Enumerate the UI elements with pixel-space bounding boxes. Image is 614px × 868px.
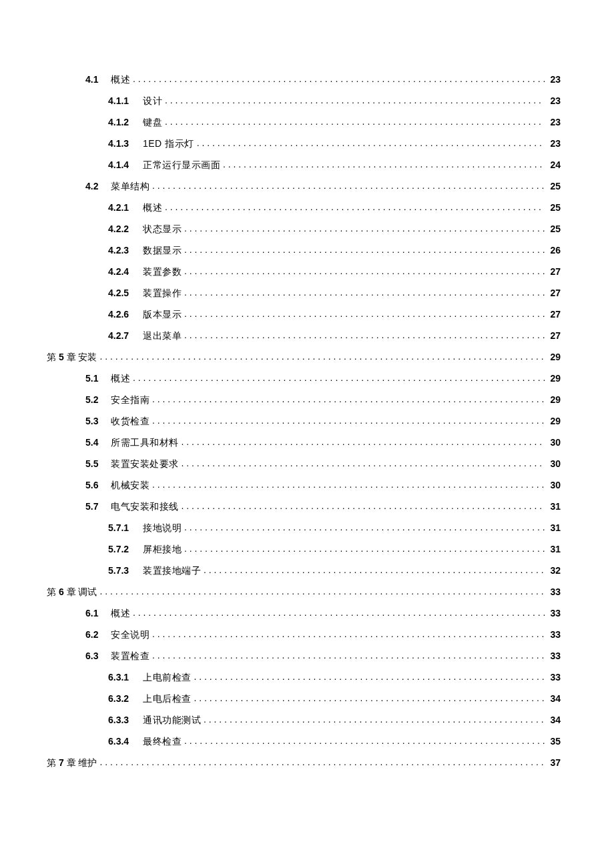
- toc-number: 5.1: [85, 373, 111, 384]
- toc-number: 5.5: [85, 458, 111, 469]
- toc-entry[interactable]: 5.7.3装置接地端子32: [47, 564, 561, 586]
- toc-entry[interactable]: 4.1.2键盘23: [47, 116, 561, 137]
- toc-number: 6.1: [85, 608, 111, 618]
- toc-page-number: 33: [547, 672, 561, 683]
- toc-leaders: [99, 757, 545, 766]
- toc-page-number: 23: [547, 95, 561, 106]
- toc-page-number: 29: [547, 373, 561, 384]
- toc-page-number: 23: [547, 138, 561, 149]
- toc-title: 最终检查: [143, 736, 182, 748]
- toc-entry[interactable]: 5.2安全指南29: [47, 394, 561, 415]
- toc-number: 6.3: [85, 650, 111, 661]
- toc-title: 屏柜接地: [143, 544, 182, 556]
- toc-page-number: 29: [547, 352, 561, 362]
- toc-title: 状态显示: [143, 224, 182, 236]
- toc-leaders: [152, 479, 545, 488]
- toc-number: 5.6: [85, 480, 111, 490]
- toc-number: 5.7.2: [108, 544, 143, 554]
- toc-page-number: 30: [547, 458, 561, 469]
- toc-entry[interactable]: 4.1概述23: [47, 73, 561, 95]
- toc-entry[interactable]: 5.7.1接地说明31: [47, 522, 561, 543]
- toc-page-number: 33: [547, 629, 561, 640]
- toc-entry[interactable]: 4.2.7退出菜单27: [47, 330, 561, 351]
- toc-leaders: [184, 308, 545, 318]
- toc-entry[interactable]: 4.2.5装置操作27: [47, 287, 561, 308]
- toc-entry[interactable]: 5.6机械安装30: [47, 479, 561, 500]
- toc-number: 5.2: [85, 394, 111, 405]
- toc-entry[interactable]: 第 5 章 安装29: [47, 351, 561, 372]
- toc-chapter-title: 第 6 章 调试: [47, 586, 97, 598]
- toc-page-number: 25: [547, 181, 561, 191]
- toc-title: 1ED 指示灯: [143, 138, 194, 150]
- toc-entry[interactable]: 5.5装置安装处要求30: [47, 458, 561, 479]
- toc-page-number: 26: [547, 245, 561, 256]
- toc-entry[interactable]: 6.3.4最终检查35: [47, 735, 561, 757]
- toc-title: 设计: [143, 95, 162, 107]
- toc-page-number: 25: [547, 202, 561, 213]
- toc-title: 退出菜单: [143, 330, 182, 342]
- toc-title: 菜单结构: [111, 181, 149, 193]
- toc-entry[interactable]: 4.2.3数据显示26: [47, 244, 561, 266]
- toc-page-number: 33: [547, 650, 561, 661]
- toc-leaders: [165, 116, 545, 125]
- toc-leaders: [184, 330, 545, 339]
- toc-title: 接地说明: [143, 522, 182, 534]
- toc-page-number: 31: [547, 501, 561, 512]
- toc-leaders: [184, 287, 545, 296]
- toc-page-number: 23: [547, 117, 561, 127]
- toc-entry[interactable]: 4.1.31ED 指示灯23: [47, 137, 561, 159]
- toc-entry[interactable]: 6.2安全说明33: [47, 628, 561, 650]
- toc-page-number: 27: [547, 330, 561, 341]
- toc-number: 4.1.4: [108, 159, 143, 170]
- toc-number: 4.2.4: [108, 266, 143, 277]
- toc-entry[interactable]: 6.3.1上电前检查33: [47, 671, 561, 693]
- toc-entry[interactable]: 4.2.4装置参数27: [47, 266, 561, 287]
- toc-page-number: 27: [547, 309, 561, 320]
- toc-number: 4.2.7: [108, 330, 143, 341]
- toc-leaders: [152, 394, 545, 403]
- toc-page-number: 33: [547, 608, 561, 618]
- toc-leaders: [184, 522, 545, 531]
- toc-entry[interactable]: 4.1.1设计23: [47, 95, 561, 116]
- toc-leaders: [184, 735, 545, 745]
- toc-entry[interactable]: 4.1.4正常运行显示画面24: [47, 159, 561, 180]
- toc-page-number: 33: [547, 586, 561, 597]
- toc-page-number: 24: [547, 159, 561, 170]
- toc-leaders: [133, 372, 545, 382]
- toc-page-number: 23: [547, 74, 561, 85]
- toc-page-number: 34: [547, 715, 561, 725]
- toc-entry[interactable]: 5.1概述29: [47, 372, 561, 394]
- toc-leaders: [152, 628, 545, 638]
- toc-leaders: [182, 436, 545, 446]
- toc-page-number: 29: [547, 416, 561, 426]
- toc-entry[interactable]: 5.7.2屏柜接地31: [47, 543, 561, 564]
- toc-number: 4.1.3: [108, 138, 143, 149]
- toc-leaders: [194, 671, 545, 681]
- toc-entry[interactable]: 6.1概述33: [47, 607, 561, 628]
- toc-entry[interactable]: 4.2.1概述25: [47, 201, 561, 223]
- toc-title: 装置检查: [111, 650, 149, 663]
- toc-entry[interactable]: 第 6 章 调试33: [47, 586, 561, 607]
- toc-entry[interactable]: 4.2.2状态显示25: [47, 223, 561, 244]
- toc-number: 6.2: [85, 629, 111, 640]
- toc-entry[interactable]: 第 7 章 维护37: [47, 757, 561, 778]
- toc-entry[interactable]: 6.3.2上电后检查34: [47, 693, 561, 714]
- toc-entry[interactable]: 6.3.3通讯功能测试34: [47, 714, 561, 735]
- toc-title: 上电后检查: [143, 693, 192, 705]
- toc-entry[interactable]: 6.3装置检查33: [47, 650, 561, 671]
- toc-chapter-title: 第 7 章 维护: [47, 757, 97, 769]
- toc-title: 概述: [111, 608, 130, 620]
- toc-number: 4.2.1: [108, 202, 143, 213]
- toc-title: 通讯功能测试: [143, 715, 201, 727]
- toc-entry[interactable]: 5.4所需工具和材料30: [47, 436, 561, 458]
- toc-entry[interactable]: 5.7电气安装和接线31: [47, 500, 561, 522]
- toc-page-number: 32: [547, 565, 561, 576]
- toc-leaders: [204, 714, 545, 723]
- toc-entry[interactable]: 5.3收货检查29: [47, 415, 561, 436]
- toc-entry[interactable]: 4.2菜单结构25: [47, 180, 561, 201]
- toc-leaders: [165, 201, 545, 211]
- toc-entry[interactable]: 4.2.6版本显示27: [47, 308, 561, 330]
- toc-title: 装置安装处要求: [111, 458, 179, 470]
- toc-page: 4.1概述234.1.1设计234.1.2键盘234.1.31ED 指示灯234…: [0, 0, 614, 818]
- toc-leaders: [223, 159, 545, 168]
